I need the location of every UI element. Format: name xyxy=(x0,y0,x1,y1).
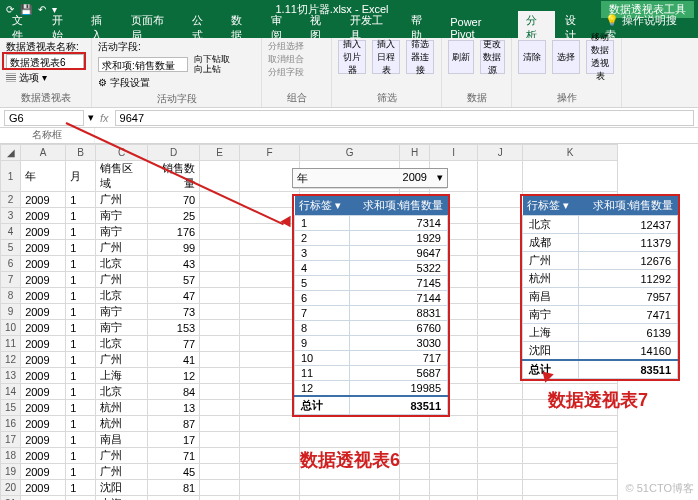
cell-D5[interactable]: 99 xyxy=(148,240,200,256)
cell-C4[interactable]: 南宁 xyxy=(96,224,148,240)
col-C[interactable]: C xyxy=(96,145,148,161)
cell-H20[interactable] xyxy=(400,480,430,496)
cell-B15[interactable]: 1 xyxy=(66,400,96,416)
cell-J17[interactable] xyxy=(478,432,523,448)
cell-A18[interactable]: 2009 xyxy=(21,448,66,464)
cell-K1[interactable] xyxy=(523,161,618,192)
row-8[interactable]: 8 xyxy=(1,288,21,304)
row-4[interactable]: 4 xyxy=(1,224,21,240)
col-K[interactable]: K xyxy=(523,145,618,161)
row-12[interactable]: 12 xyxy=(1,352,21,368)
pvt7-r2-1[interactable]: 12676 xyxy=(579,252,678,270)
cell-B4[interactable]: 1 xyxy=(66,224,96,240)
pvt7-h1[interactable]: 求和项:销售数量 xyxy=(579,196,678,216)
cell-B21[interactable]: 1 xyxy=(66,496,96,501)
row-9[interactable]: 9 xyxy=(1,304,21,320)
cell-J20[interactable] xyxy=(478,480,523,496)
cell-D13[interactable]: 12 xyxy=(148,368,200,384)
cell-C7[interactable]: 广州 xyxy=(96,272,148,288)
cell-H17[interactable] xyxy=(400,432,430,448)
row-17[interactable]: 17 xyxy=(1,432,21,448)
cell-J1[interactable] xyxy=(478,161,523,192)
drill-buttons[interactable]: 向下钻取向上钻 xyxy=(194,54,230,74)
row-21[interactable]: 21 xyxy=(1,496,21,501)
cell-E13[interactable] xyxy=(200,368,240,384)
row-15[interactable]: 15 xyxy=(1,400,21,416)
cell-C11[interactable]: 北京 xyxy=(96,336,148,352)
pvt6-h0[interactable]: 行标签 ▾ xyxy=(295,196,350,216)
select-button[interactable]: 选择 xyxy=(552,40,580,74)
ungroup-button[interactable]: 取消组合 xyxy=(268,53,325,66)
insert-timeline-button[interactable]: 插入 日程表 xyxy=(372,40,400,74)
cell-F17[interactable] xyxy=(240,432,300,448)
cell-D20[interactable]: 81 xyxy=(148,480,200,496)
row-2[interactable]: 2 xyxy=(1,192,21,208)
cell-E4[interactable] xyxy=(200,224,240,240)
cell-C15[interactable]: 杭州 xyxy=(96,400,148,416)
cell-A7[interactable]: 2009 xyxy=(21,272,66,288)
cell-B16[interactable]: 1 xyxy=(66,416,96,432)
name-box[interactable]: G6 xyxy=(4,110,84,126)
row-20[interactable]: 20 xyxy=(1,480,21,496)
cell-A16[interactable]: 2009 xyxy=(21,416,66,432)
pvt6-r2-1[interactable]: 9647 xyxy=(350,246,448,261)
cell-D1[interactable]: 销售数量 xyxy=(148,161,200,192)
pvt6-r8-1[interactable]: 3030 xyxy=(350,336,448,351)
refresh-button[interactable]: 刷新 xyxy=(448,40,474,74)
pvt6-total-0[interactable]: 总计 xyxy=(295,396,350,415)
pvt6-r7-1[interactable]: 6760 xyxy=(350,321,448,336)
cell-I19[interactable] xyxy=(430,464,478,480)
cell-J12[interactable] xyxy=(478,352,523,368)
cell-E11[interactable] xyxy=(200,336,240,352)
cell-E18[interactable] xyxy=(200,448,240,464)
cell-E17[interactable] xyxy=(200,432,240,448)
cell-C9[interactable]: 南宁 xyxy=(96,304,148,320)
cell-E9[interactable] xyxy=(200,304,240,320)
cell-G16[interactable] xyxy=(300,416,400,432)
formula-bar[interactable]: 9647 xyxy=(115,110,694,126)
cell-I18[interactable] xyxy=(430,448,478,464)
pvt7-r4-0[interactable]: 南昌 xyxy=(523,288,579,306)
cell-K20[interactable] xyxy=(523,480,618,496)
cell-A2[interactable]: 2009 xyxy=(21,192,66,208)
cell-F15[interactable] xyxy=(240,400,300,416)
cell-E7[interactable] xyxy=(200,272,240,288)
cell-C3[interactable]: 南宁 xyxy=(96,208,148,224)
cell-D4[interactable]: 176 xyxy=(148,224,200,240)
row-13[interactable]: 13 xyxy=(1,368,21,384)
pvt6-r6-1[interactable]: 8831 xyxy=(350,306,448,321)
cell-A6[interactable]: 2009 xyxy=(21,256,66,272)
cell-F14[interactable] xyxy=(240,384,300,400)
cell-B12[interactable]: 1 xyxy=(66,352,96,368)
cell-G21[interactable] xyxy=(300,496,400,501)
pvt6-r2-0[interactable]: 3 xyxy=(295,246,350,261)
cell-J18[interactable] xyxy=(478,448,523,464)
cell-B7[interactable]: 1 xyxy=(66,272,96,288)
cell-A5[interactable]: 2009 xyxy=(21,240,66,256)
cell-B14[interactable]: 1 xyxy=(66,384,96,400)
pvt6-r11-0[interactable]: 12 xyxy=(295,381,350,397)
cell-D7[interactable]: 57 xyxy=(148,272,200,288)
cell-C8[interactable]: 北京 xyxy=(96,288,148,304)
cell-C6[interactable]: 北京 xyxy=(96,256,148,272)
pvt7-r0-0[interactable]: 北京 xyxy=(523,216,579,234)
row-19[interactable]: 19 xyxy=(1,464,21,480)
cell-F18[interactable] xyxy=(240,448,300,464)
pvt7-r1-0[interactable]: 成都 xyxy=(523,234,579,252)
cell-C17[interactable]: 南昌 xyxy=(96,432,148,448)
cell-A21[interactable]: 2009 xyxy=(21,496,66,501)
pvt7-r6-0[interactable]: 上海 xyxy=(523,324,579,342)
pivot-table-6[interactable]: 行标签 ▾求和项:销售数量173142192939647453225714567… xyxy=(292,194,450,417)
cell-F11[interactable] xyxy=(240,336,300,352)
cell-A17[interactable]: 2009 xyxy=(21,432,66,448)
pvt7-r0-1[interactable]: 12437 xyxy=(579,216,678,234)
cell-A12[interactable]: 2009 xyxy=(21,352,66,368)
pvt6-r10-1[interactable]: 5687 xyxy=(350,366,448,381)
cell-K17[interactable] xyxy=(523,432,618,448)
cell-J19[interactable] xyxy=(478,464,523,480)
cell-H16[interactable] xyxy=(400,416,430,432)
cell-A15[interactable]: 2009 xyxy=(21,400,66,416)
cell-K21[interactable] xyxy=(523,496,618,501)
pvt7-r3-0[interactable]: 杭州 xyxy=(523,270,579,288)
move-pivot-button[interactable]: 移动 数据透视表 xyxy=(586,40,614,74)
